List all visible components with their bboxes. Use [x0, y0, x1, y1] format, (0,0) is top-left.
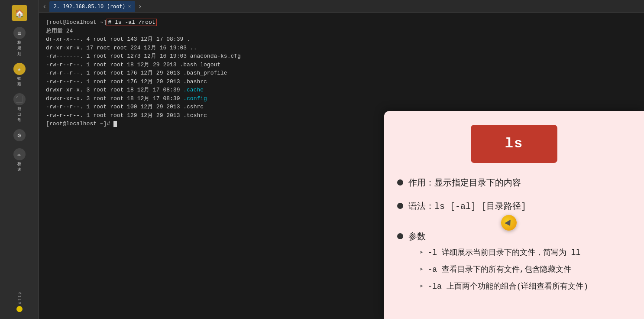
stack-icon: ≡ — [13, 27, 26, 39]
terminal-line-9: -rw-r--r--. 1 root root 100 12月 29 2013 … — [46, 103, 637, 111]
star-icon: ★ — [13, 63, 26, 75]
terminal[interactable]: [root@localhost ~]# ls -al /root 总用量 24 … — [39, 13, 644, 319]
sidebar-top: 🏠 — [0, 3, 39, 23]
ls-help-card: ls 作用：显示指定目录下的内容 语法：ls [-al] [目录路径] — [384, 111, 644, 319]
sub-text-3: -la 上面两个功能的组合(详细查看所有文件) — [427, 281, 588, 293]
bullet-dot-2 — [397, 203, 403, 209]
sidebar-item-label: 截 口 号 — [17, 106, 21, 123]
config-text: .config — [183, 95, 207, 102]
sub-bullet-1: ➤ -l 详细展示当前目录下的文件，简写为 ll — [420, 247, 588, 259]
sidebar: 🏠 ≡ 栈 规 划 ★ 收 藏 ⬛ 截 口 号 ⚙ ✏ 极 速 sftp — [0, 0, 39, 319]
bullet-text-1: 作用：显示指定目录下的内容 — [408, 177, 521, 190]
cursor — [113, 121, 117, 127]
sidebar-bottom: sftp — [16, 291, 23, 316]
sidebar-item-label: 极 速 — [17, 161, 21, 173]
terminal-line-1: [root@localhost ~]# ls -al /root — [46, 18, 637, 27]
tab-label: 2. 192.168.85.10 (root) — [54, 3, 126, 10]
tab-close-icon[interactable]: ✕ — [128, 4, 131, 9]
sub-bullet-3: ➤ -la 上面两个功能的组合(详细查看所有文件) — [420, 281, 588, 293]
bullet-dot-3 — [397, 233, 403, 239]
sidebar-item-settings[interactable]: ⚙ — [2, 127, 37, 145]
screenshot-icon: ⬛ — [13, 93, 26, 105]
terminal-line-2: 总用量 24 — [46, 27, 637, 36]
sub-bullets: ➤ -l 详细展示当前目录下的文件，简写为 ll ➤ -a 查看目录下的所有文件… — [420, 247, 588, 293]
sidebar-item-favorites[interactable]: ★ 收 藏 — [2, 60, 37, 90]
edit-icon: ✏ — [13, 148, 26, 160]
terminal-line-cache: drwxr-xr-x. 3 root root 18 12月 17 08:39 … — [46, 86, 637, 94]
terminal-line-config: drwxr-xr-x. 3 root root 18 12月 17 08:39 … — [46, 94, 637, 103]
card-bullet-3: 参数 ➤ -l 详细展示当前目录下的文件，简写为 ll ➤ -a 查看目录下的所… — [397, 231, 631, 298]
sidebar-item-stack[interactable]: ≡ 栈 规 划 — [2, 24, 37, 59]
tab-nav-right[interactable]: › — [136, 2, 144, 10]
card-bullet-2: 语法：ls [-al] [目录路径] — [397, 200, 631, 213]
terminal-line-5: -rw-------. 1 root root 1273 12月 16 19:0… — [46, 52, 637, 61]
sidebar-items: ≡ 栈 规 划 ★ 收 藏 ⬛ 截 口 号 ⚙ ✏ 极 速 — [0, 24, 39, 291]
sub-text-2: -a 查看目录下的所有文件,包含隐藏文件 — [427, 264, 571, 276]
tab-bar: ‹ 2. 192.168.85.10 (root) ✕ › — [39, 0, 644, 13]
terminal-line-7: -rw-r--r--. 1 root root 176 12月 29 2013 … — [46, 69, 637, 78]
sidebar-item-label: 栈 规 划 — [17, 40, 21, 57]
terminal-line-6: -rw-r--r--. 1 root root 18 12月 29 2013 .… — [46, 61, 637, 69]
sidebar-item-speed[interactable]: ✏ 极 速 — [2, 146, 37, 175]
arrow-icon-1: ➤ — [420, 248, 423, 257]
terminal-line-3: dr-xr-x---. 4 root root 143 12月 17 08:39… — [46, 35, 637, 44]
sub-text-1: -l 详细展示当前目录下的文件，简写为 ll — [427, 247, 580, 259]
card-title: ls — [471, 125, 557, 163]
cache-text: .cache — [183, 87, 204, 93]
bullet-text-2: 语法：ls [-al] [目录路径] — [408, 200, 526, 213]
arrow-icon-2: ➤ — [420, 265, 423, 274]
tab-nav-left[interactable]: ‹ — [41, 2, 49, 10]
home-icon[interactable]: 🏠 — [12, 5, 27, 21]
bullet-text-3: 参数 ➤ -l 详细展示当前目录下的文件，简写为 ll ➤ -a 查看目录下的所… — [408, 231, 588, 298]
terminal-line-8: -rw-r--r--. 1 root root 176 12月 29 2013 … — [46, 78, 637, 86]
main-area: ‹ 2. 192.168.85.10 (root) ✕ › [root@loca… — [39, 0, 644, 319]
card-body: 作用：显示指定目录下的内容 语法：ls [-al] [目录路径] 参数 — [384, 170, 644, 315]
sftp-label: sftp — [17, 291, 22, 304]
bullet-dot-1 — [397, 179, 403, 186]
cursor-pointer-icon — [501, 215, 517, 231]
sub-bullet-2: ➤ -a 查看目录下的所有文件,包含隐藏文件 — [420, 264, 588, 276]
yellow-dot-indicator — [16, 306, 23, 312]
card-bullet-1: 作用：显示指定目录下的内容 — [397, 177, 631, 190]
arrow-icon-3: ➤ — [420, 282, 423, 291]
sidebar-item-screenshot[interactable]: ⬛ 截 口 号 — [2, 91, 37, 126]
tab-terminal[interactable]: 2. 192.168.85.10 (root) ✕ — [49, 1, 136, 12]
sidebar-item-label: 收 藏 — [17, 76, 21, 87]
gear-icon: ⚙ — [13, 129, 26, 141]
terminal-line-4: dr-xr-xr-x. 17 root root 224 12月 16 19:0… — [46, 44, 637, 52]
